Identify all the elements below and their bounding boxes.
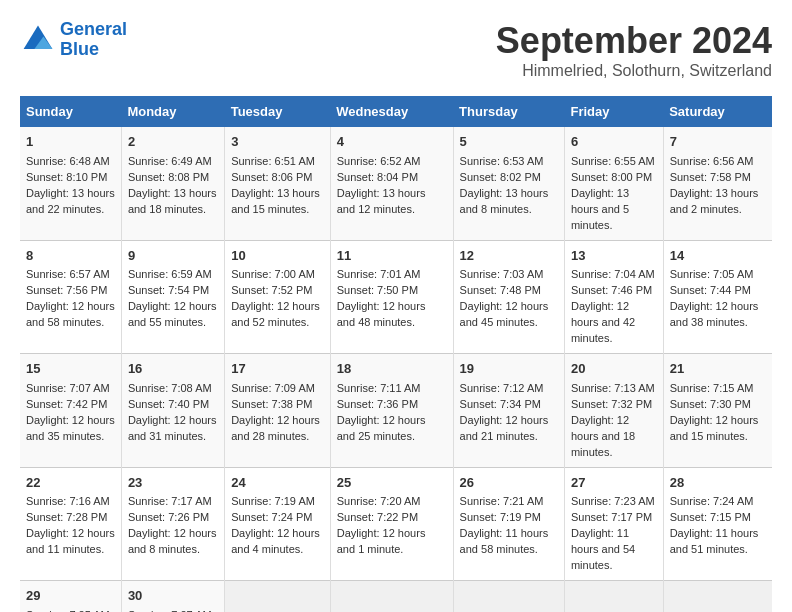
day-number: 23 [128,474,218,493]
calendar-cell [453,581,564,612]
day-number: 20 [571,360,657,379]
calendar-cell: 15Sunrise: 7:07 AM Sunset: 7:42 PM Dayli… [20,354,121,468]
day-number: 8 [26,247,115,266]
calendar-cell: 20Sunrise: 7:13 AM Sunset: 7:32 PM Dayli… [564,354,663,468]
page-container: General Blue September 2024 Himmelried, … [20,20,772,612]
logo-icon [20,22,56,58]
calendar-cell: 27Sunrise: 7:23 AM Sunset: 7:17 PM Dayli… [564,467,663,581]
calendar-cell [225,581,331,612]
col-saturday: Saturday [663,96,772,127]
calendar-cell [564,581,663,612]
col-monday: Monday [121,96,224,127]
calendar-cell: 21Sunrise: 7:15 AM Sunset: 7:30 PM Dayli… [663,354,772,468]
col-friday: Friday [564,96,663,127]
day-number: 30 [128,587,218,606]
day-number: 22 [26,474,115,493]
calendar-cell: 22Sunrise: 7:16 AM Sunset: 7:28 PM Dayli… [20,467,121,581]
calendar-cell: 23Sunrise: 7:17 AM Sunset: 7:26 PM Dayli… [121,467,224,581]
day-number: 2 [128,133,218,152]
calendar-cell: 5Sunrise: 6:53 AM Sunset: 8:02 PM Daylig… [453,127,564,240]
day-number: 18 [337,360,447,379]
day-number: 19 [460,360,558,379]
calendar-cell: 11Sunrise: 7:01 AM Sunset: 7:50 PM Dayli… [330,240,453,354]
calendar-cell: 6Sunrise: 6:55 AM Sunset: 8:00 PM Daylig… [564,127,663,240]
logo: General Blue [20,20,127,60]
calendar-cell: 2Sunrise: 6:49 AM Sunset: 8:08 PM Daylig… [121,127,224,240]
day-number: 27 [571,474,657,493]
calendar-cell: 25Sunrise: 7:20 AM Sunset: 7:22 PM Dayli… [330,467,453,581]
subtitle: Himmelried, Solothurn, Switzerland [496,62,772,80]
calendar-week-row: 1Sunrise: 6:48 AM Sunset: 8:10 PM Daylig… [20,127,772,240]
day-number: 28 [670,474,766,493]
day-number: 17 [231,360,324,379]
col-tuesday: Tuesday [225,96,331,127]
calendar-cell: 17Sunrise: 7:09 AM Sunset: 7:38 PM Dayli… [225,354,331,468]
calendar-cell: 24Sunrise: 7:19 AM Sunset: 7:24 PM Dayli… [225,467,331,581]
main-title: September 2024 [496,20,772,62]
calendar-cell: 13Sunrise: 7:04 AM Sunset: 7:46 PM Dayli… [564,240,663,354]
calendar-cell: 18Sunrise: 7:11 AM Sunset: 7:36 PM Dayli… [330,354,453,468]
calendar-cell: 26Sunrise: 7:21 AM Sunset: 7:19 PM Dayli… [453,467,564,581]
day-number: 15 [26,360,115,379]
col-thursday: Thursday [453,96,564,127]
day-number: 3 [231,133,324,152]
title-section: September 2024 Himmelried, Solothurn, Sw… [496,20,772,80]
calendar-cell: 28Sunrise: 7:24 AM Sunset: 7:15 PM Dayli… [663,467,772,581]
day-number: 6 [571,133,657,152]
calendar-cell [330,581,453,612]
col-sunday: Sunday [20,96,121,127]
day-number: 4 [337,133,447,152]
calendar-cell: 7Sunrise: 6:56 AM Sunset: 7:58 PM Daylig… [663,127,772,240]
day-number: 24 [231,474,324,493]
day-number: 25 [337,474,447,493]
day-number: 10 [231,247,324,266]
header: General Blue September 2024 Himmelried, … [20,20,772,80]
calendar-cell: 10Sunrise: 7:00 AM Sunset: 7:52 PM Dayli… [225,240,331,354]
calendar-cell: 8Sunrise: 6:57 AM Sunset: 7:56 PM Daylig… [20,240,121,354]
calendar-cell: 9Sunrise: 6:59 AM Sunset: 7:54 PM Daylig… [121,240,224,354]
logo-text: General Blue [60,20,127,60]
calendar-cell [663,581,772,612]
calendar-cell: 4Sunrise: 6:52 AM Sunset: 8:04 PM Daylig… [330,127,453,240]
day-number: 5 [460,133,558,152]
calendar-cell: 14Sunrise: 7:05 AM Sunset: 7:44 PM Dayli… [663,240,772,354]
day-number: 21 [670,360,766,379]
day-number: 9 [128,247,218,266]
day-number: 7 [670,133,766,152]
calendar-week-row: 29Sunrise: 7:25 AM Sunset: 7:13 PM Dayli… [20,581,772,612]
calendar-cell: 30Sunrise: 7:27 AM Sunset: 7:11 PM Dayli… [121,581,224,612]
day-number: 26 [460,474,558,493]
calendar-week-row: 22Sunrise: 7:16 AM Sunset: 7:28 PM Dayli… [20,467,772,581]
col-wednesday: Wednesday [330,96,453,127]
calendar-week-row: 8Sunrise: 6:57 AM Sunset: 7:56 PM Daylig… [20,240,772,354]
day-number: 14 [670,247,766,266]
calendar-cell: 3Sunrise: 6:51 AM Sunset: 8:06 PM Daylig… [225,127,331,240]
calendar-cell: 16Sunrise: 7:08 AM Sunset: 7:40 PM Dayli… [121,354,224,468]
calendar-cell: 29Sunrise: 7:25 AM Sunset: 7:13 PM Dayli… [20,581,121,612]
day-number: 1 [26,133,115,152]
day-number: 11 [337,247,447,266]
calendar-table: Sunday Monday Tuesday Wednesday Thursday… [20,96,772,612]
calendar-week-row: 15Sunrise: 7:07 AM Sunset: 7:42 PM Dayli… [20,354,772,468]
calendar-cell: 19Sunrise: 7:12 AM Sunset: 7:34 PM Dayli… [453,354,564,468]
day-number: 29 [26,587,115,606]
calendar-cell: 12Sunrise: 7:03 AM Sunset: 7:48 PM Dayli… [453,240,564,354]
day-number: 12 [460,247,558,266]
calendar-cell: 1Sunrise: 6:48 AM Sunset: 8:10 PM Daylig… [20,127,121,240]
day-number: 16 [128,360,218,379]
day-number: 13 [571,247,657,266]
header-row: Sunday Monday Tuesday Wednesday Thursday… [20,96,772,127]
